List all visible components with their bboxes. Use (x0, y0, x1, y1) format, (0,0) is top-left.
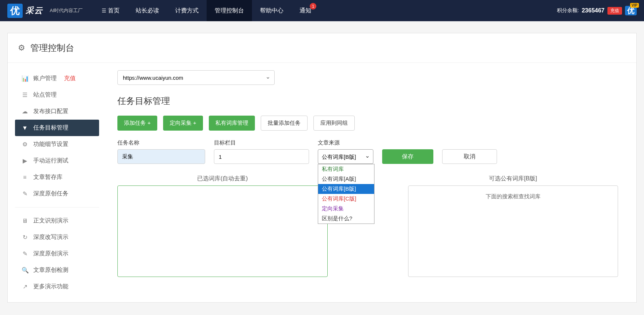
selected-lib-title: 已选词库(自动去重) (117, 175, 328, 183)
nav-home[interactable]: ☰首页 (94, 0, 128, 21)
main-container: ⚙ 管理控制台 📊 账户管理 充值 ☰ 站点管理 ☁ 发布接口配置 ▼ 任务目标… (7, 33, 637, 303)
url-select-wrap: https://www.ucaiyun.com (117, 70, 275, 85)
vip-badge: VIP (630, 3, 639, 8)
dropdown-option-c[interactable]: 公有词库[C版] (318, 194, 374, 204)
article-source-select[interactable]: 公有词库[B版] (318, 149, 373, 164)
sidebar-task-target[interactable]: ▼ 任务目标管理 (15, 120, 99, 136)
play-icon: ▶ (22, 157, 28, 164)
nav-console[interactable]: 管理控制台 (207, 0, 252, 21)
sidebar-text-recognition[interactable]: 🖥 正文识别演示 (15, 213, 99, 229)
form-row: 任务名称 目标栏目 文章来源 公有词库[B版] 私有词库 公 (117, 139, 618, 164)
private-lib-button[interactable]: 私有词库管理 (209, 116, 255, 131)
edit-icon: ✎ (22, 250, 28, 257)
sidebar-account[interactable]: 📊 账户管理 充值 (15, 70, 99, 87)
selected-lib-column: 已选词库(自动去重) (117, 175, 328, 277)
points-value: 2365467 (582, 7, 605, 14)
target-column-label: 目标栏目 (214, 139, 309, 146)
nav-help[interactable]: 帮助中心 (252, 0, 291, 21)
available-lib-title: 可选公有词库[B版] (408, 175, 618, 183)
add-task-button[interactable]: 添加任务 + (117, 116, 157, 131)
gear-icon: ⚙ (18, 43, 25, 53)
apply-group-button[interactable]: 应用到同组 (313, 116, 355, 131)
vip-icon[interactable]: 优 VIP (625, 6, 637, 16)
dropdown-option-diff[interactable]: 区别是什么? (318, 214, 374, 224)
selected-lib-box[interactable] (117, 185, 328, 277)
refresh-icon: ↻ (22, 234, 28, 241)
task-name-label: 任务名称 (117, 139, 205, 146)
sidebar-originality-check[interactable]: 🔍 文章原创检测 (15, 262, 99, 278)
url-select[interactable]: https://www.ucaiyun.com (117, 70, 275, 85)
bar-chart-icon: 📊 (22, 75, 28, 82)
dropdown-option-a[interactable]: 公有词库[A版] (318, 174, 374, 184)
main-content: https://www.ucaiyun.com 任务目标管理 添加任务 + 定向… (106, 63, 636, 302)
edit-icon: ✎ (22, 190, 28, 197)
sidebar: 📊 账户管理 充值 ☰ 站点管理 ☁ 发布接口配置 ▼ 任务目标管理 ⚙ 功能细… (8, 63, 106, 302)
target-column-input[interactable] (214, 149, 309, 164)
cancel-button[interactable]: 取消 (442, 149, 497, 164)
button-row: 添加任务 + 定向采集 + 私有词库管理 批量添加任务 应用到同组 (117, 116, 618, 131)
article-source-label: 文章来源 (318, 139, 373, 146)
page-header: ⚙ 管理控制台 (8, 33, 636, 63)
nav-webmaster[interactable]: 站长必读 (128, 0, 167, 21)
sidebar-manual-test[interactable]: ▶ 手动运行测试 (15, 153, 99, 169)
sidebar-more-demo[interactable]: ↗ 更多演示功能 (15, 278, 99, 295)
filter-icon: ▼ (22, 125, 28, 131)
cloud-icon: ☁ (22, 108, 28, 115)
logo-icon: 优 (7, 4, 23, 18)
sidebar-settings[interactable]: ⚙ 功能细节设置 (15, 136, 99, 153)
search-icon: 🔍 (22, 267, 28, 274)
points-label: 积分余额: (557, 7, 579, 14)
sidebar-article-store[interactable]: ≡ 文章暂存库 (15, 169, 99, 185)
section-title: 任务目标管理 (117, 95, 618, 107)
sidebar-rewrite-demo[interactable]: ↻ 深度改写演示 (15, 229, 99, 245)
monitor-icon: 🖥 (22, 218, 28, 224)
list-icon: ☰ (102, 8, 106, 14)
gears-icon: ⚙ (22, 141, 28, 148)
list-icon: ☰ (22, 91, 28, 98)
direct-collect-button[interactable]: 定向采集 + (163, 116, 203, 131)
sidebar-original-demo[interactable]: ✎ 深度原创演示 (15, 245, 99, 262)
nav-items: ☰首页 站长必读 计费方式 管理控制台 帮助中心 通知 1 (94, 0, 319, 21)
nav-right: 积分余额: 2365467 充值 优 VIP (557, 6, 637, 16)
logo[interactable]: 优 采云 AI时代内容工厂 (7, 4, 83, 18)
database-icon: ≡ (22, 174, 28, 181)
logo-subtitle: AI时代内容工厂 (50, 7, 83, 14)
available-lib-box[interactable]: 下面的搜索框查找词库 (408, 185, 618, 277)
notification-badge: 1 (310, 3, 316, 10)
dropdown-option-private[interactable]: 私有词库 (318, 164, 374, 174)
nav-notification[interactable]: 通知 1 (291, 0, 319, 21)
logo-name: 采云 (26, 5, 43, 16)
sidebar-publish[interactable]: ☁ 发布接口配置 (15, 103, 99, 120)
available-hint: 下面的搜索框查找词库 (416, 193, 611, 200)
page-title: 管理控制台 (30, 42, 74, 54)
top-nav: 优 采云 AI时代内容工厂 ☰首页 站长必读 计费方式 管理控制台 帮助中心 通… (0, 0, 644, 21)
source-dropdown: 私有词库 公有词库[A版] 公有词库[B版] 公有词库[C版] 定向采集 区别是… (318, 164, 374, 224)
sidebar-deep-original[interactable]: ✎ 深度原创任务 (15, 185, 99, 202)
sidebar-site[interactable]: ☰ 站点管理 (15, 87, 99, 103)
recharge-button[interactable]: 充值 (607, 7, 622, 15)
save-button[interactable]: 保存 (382, 149, 433, 164)
available-lib-column: 可选公有词库[B版] 下面的搜索框查找词库 (408, 175, 618, 277)
sidebar-recharge-link[interactable]: 充值 (64, 75, 76, 82)
sidebar-divider (15, 207, 99, 207)
dropdown-option-b[interactable]: 公有词库[B版] (318, 184, 374, 194)
nav-pricing[interactable]: 计费方式 (167, 0, 207, 21)
batch-add-button[interactable]: 批量添加任务 (261, 116, 308, 131)
share-icon: ↗ (22, 283, 28, 290)
dropdown-option-direct[interactable]: 定向采集 (318, 204, 374, 214)
task-name-input[interactable] (117, 149, 205, 164)
